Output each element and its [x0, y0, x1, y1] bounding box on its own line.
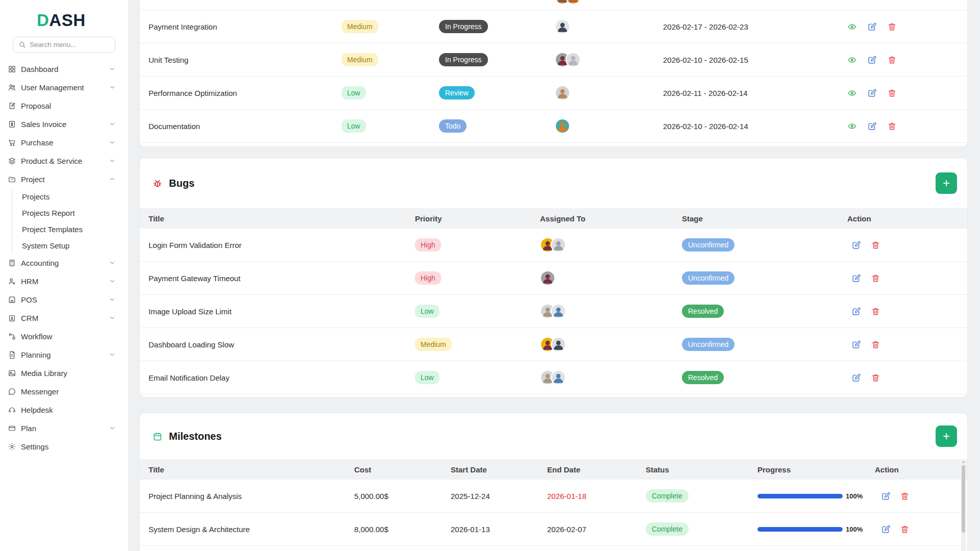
- sidebar-item-product-service[interactable]: Product & Service: [0, 152, 128, 170]
- table-row: System Design & Architecture8,000.00$202…: [140, 513, 967, 546]
- bug-title: Image Upload Size Limit: [149, 307, 415, 316]
- priority-badge: High: [415, 271, 441, 285]
- delete-button[interactable]: [871, 307, 880, 316]
- table-row: Payment Gateway TimeoutHighUnconfirmed: [140, 262, 967, 295]
- column-header-title: Title: [149, 214, 415, 223]
- progress-label: 100%: [846, 492, 863, 500]
- sidebar-item-pos[interactable]: POS: [0, 290, 128, 309]
- view-button[interactable]: [847, 121, 857, 131]
- settings-icon: [8, 442, 16, 451]
- table-row: Project Planning & Analysis5,000.00$2025…: [140, 480, 967, 513]
- sidebar-submenu-project: ProjectsProjects ReportProject Templates…: [12, 188, 128, 254]
- progress-label: 100%: [846, 525, 863, 533]
- sidebar-item-dashboard[interactable]: Dashboard: [0, 60, 128, 78]
- view-button[interactable]: [847, 88, 857, 98]
- edit-button[interactable]: [851, 340, 861, 349]
- row-actions: [847, 55, 967, 65]
- delete-button[interactable]: [900, 524, 910, 534]
- priority-cell: High: [415, 238, 540, 252]
- scrollbar-thumb[interactable]: [962, 465, 965, 533]
- edit-button[interactable]: [867, 88, 877, 98]
- search-input[interactable]: [30, 41, 110, 48]
- edit-button[interactable]: [867, 55, 877, 65]
- sidebar-item-helpdesk[interactable]: Helpdesk: [0, 400, 128, 419]
- sidebar-item-label: Workflow: [21, 332, 52, 341]
- milestone-cost: 8,000.00$: [354, 525, 451, 534]
- sidebar-item-planning[interactable]: Planning: [0, 345, 128, 364]
- edit-button[interactable]: [881, 491, 891, 501]
- priority-cell: Medium: [415, 338, 540, 351]
- stage-badge: Resolved: [682, 305, 724, 318]
- edit-button[interactable]: [851, 273, 861, 283]
- delete-button[interactable]: [871, 240, 880, 250]
- sidebar-item-plan[interactable]: Plan: [0, 419, 128, 437]
- milestone-end-date: 2026-02-07: [547, 525, 646, 534]
- row-actions: [847, 240, 967, 250]
- delete-button[interactable]: [871, 273, 880, 283]
- sidebar-item-projects-report[interactable]: Projects Report: [12, 205, 128, 221]
- row-actions: [847, 373, 967, 383]
- add-bug-button[interactable]: +: [936, 172, 957, 194]
- stage-cell: Unconfirmed: [682, 238, 847, 252]
- tasks-table: Payment IntegrationMediumIn Progress2026…: [140, 0, 967, 143]
- edit-button[interactable]: [851, 373, 861, 383]
- table-row: Performance OptimizationLowReview2026-02…: [140, 77, 967, 110]
- edit-button[interactable]: [867, 121, 877, 131]
- stage-badge: Unconfirmed: [682, 271, 734, 285]
- sidebar-item-accounting[interactable]: Accounting: [0, 254, 128, 272]
- edit-button[interactable]: [867, 22, 877, 32]
- column-header-start-date: Start Date: [451, 465, 547, 474]
- sidebar-item-user-management[interactable]: User Management: [0, 78, 128, 96]
- sidebar-item-system-setup[interactable]: System Setup: [12, 237, 128, 254]
- sidebar-item-messenger[interactable]: Messenger: [0, 382, 128, 400]
- sidebar-item-sales-invoice[interactable]: Sales Invoice: [0, 115, 128, 133]
- purchase-icon: [8, 138, 16, 147]
- row-actions: [847, 22, 967, 32]
- delete-button[interactable]: [900, 491, 910, 501]
- scrollbar-up-arrow[interactable]: ▲: [961, 460, 966, 464]
- sidebar-item-project[interactable]: Project: [0, 170, 128, 188]
- delete-button[interactable]: [887, 22, 897, 32]
- sidebar-item-project-templates[interactable]: Project Templates: [12, 221, 128, 237]
- delete-button[interactable]: [871, 340, 880, 349]
- chevron-down-icon: [109, 139, 116, 146]
- search-icon: [18, 41, 26, 48]
- logo-rest: ASH: [49, 11, 85, 30]
- milestones-scrollbar: ▲: [961, 459, 966, 551]
- sidebar-item-crm[interactable]: CRM: [0, 309, 128, 327]
- row-actions: [847, 88, 967, 98]
- sidebar-search: [13, 37, 115, 53]
- priority-badge: Low: [415, 305, 439, 318]
- sidebar-item-workflow[interactable]: Workflow: [0, 327, 128, 345]
- sidebar-item-projects[interactable]: Projects: [12, 188, 128, 205]
- sidebar-item-proposal[interactable]: Proposal: [0, 96, 128, 115]
- view-button[interactable]: [847, 22, 857, 32]
- sidebar-item-hrm[interactable]: HRM: [0, 272, 128, 290]
- tasks-card: Payment IntegrationMediumIn Progress2026…: [139, 0, 968, 147]
- milestones-table: Project Planning & Analysis5,000.00$2025…: [140, 480, 967, 546]
- sidebar-item-label: CRM: [21, 314, 38, 322]
- sidebar-item-settings[interactable]: Settings: [0, 437, 128, 456]
- task-title: Performance Optimization: [149, 89, 341, 97]
- milestone-status-badge: Complete: [646, 522, 689, 536]
- delete-button[interactable]: [887, 88, 897, 98]
- view-button[interactable]: [847, 55, 857, 65]
- crm-icon: [8, 314, 16, 322]
- add-milestone-button[interactable]: +: [936, 425, 957, 447]
- edit-button[interactable]: [851, 240, 861, 250]
- row-actions: [847, 121, 967, 131]
- progress-bar: [757, 527, 843, 532]
- delete-button[interactable]: [887, 121, 897, 131]
- sidebar-item-purchase[interactable]: Purchase: [0, 133, 128, 152]
- bug-title: Payment Gateway Timeout: [149, 274, 415, 283]
- stage-cell: Unconfirmed: [682, 271, 847, 285]
- edit-button[interactable]: [881, 524, 891, 534]
- stage-cell: Resolved: [682, 305, 847, 318]
- edit-button[interactable]: [851, 307, 861, 316]
- delete-button[interactable]: [887, 55, 897, 65]
- priority-cell: Medium: [341, 20, 439, 33]
- delete-button[interactable]: [871, 373, 880, 383]
- sidebar-item-media-library[interactable]: Media Library: [0, 364, 128, 382]
- pos-icon: [8, 295, 16, 304]
- avatar-group: [555, 0, 663, 5]
